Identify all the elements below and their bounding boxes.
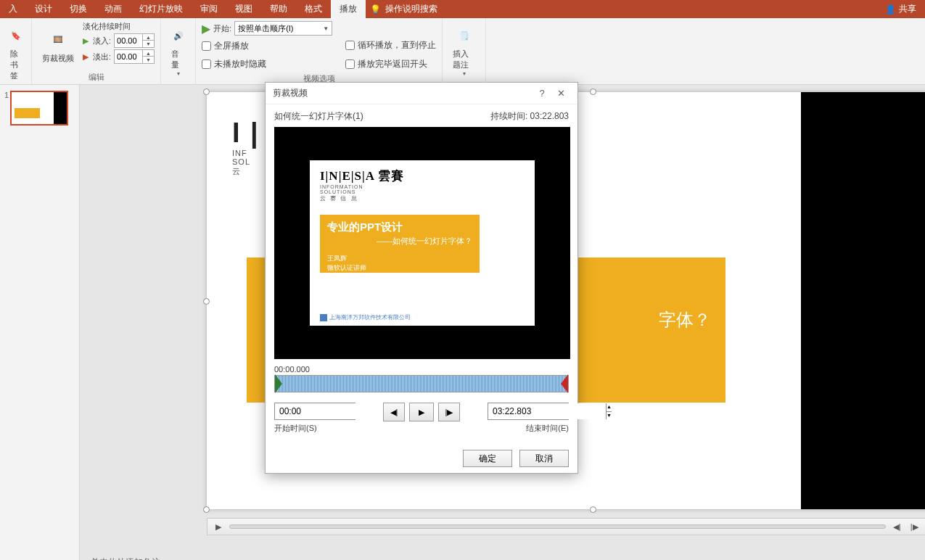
fade-in-icon: ▶ xyxy=(83,36,89,46)
fade-in-input[interactable] xyxy=(115,36,142,45)
tab-slideshow[interactable]: 幻灯片放映 xyxy=(131,0,192,18)
fade-out-icon: ▶ xyxy=(83,52,89,62)
edit-group-label: 编辑 xyxy=(38,70,155,84)
trim-preview: I|N|E|S|A 雲賽 INFORMATION SOLUTIONS 云 赛 信… xyxy=(274,127,570,359)
slide-question-text: 字体？ xyxy=(659,308,711,332)
hide-not-playing-checkbox[interactable]: 未播放时隐藏 xyxy=(202,57,332,72)
player-seek-track[interactable] xyxy=(229,524,886,529)
trim-end-marker[interactable] xyxy=(561,374,568,393)
trim-video-dialog: 剪裁视频 ? ✕ 如何统一幻灯片字体(1) 持续时间: 03:22.803 I|… xyxy=(265,82,578,474)
preview-footer: 上海南洋万邦软件技术有限公司 xyxy=(320,313,411,321)
trim-video-button[interactable]: 🎞️ 剪裁视频 xyxy=(38,21,78,70)
remove-bookmark-button[interactable]: 🔖 除书签 xyxy=(6,21,25,84)
tab-animations[interactable]: 动画 xyxy=(96,0,131,18)
spin-up[interactable]: ▲ xyxy=(143,50,154,57)
frame-back-button[interactable]: ◀| xyxy=(383,403,405,421)
slide-thumbnail-pane[interactable]: 1 xyxy=(0,85,80,560)
volume-icon: 🔊 xyxy=(167,24,190,47)
spin-down[interactable]: ▼ xyxy=(607,412,612,420)
fade-in-spinner[interactable]: ▲▼ xyxy=(114,33,155,48)
tab-insert[interactable]: 入 xyxy=(0,0,26,18)
rewind-checkbox[interactable]: 播放完毕返回开头 xyxy=(345,56,436,72)
lightbulb-icon: 💡 xyxy=(370,4,381,15)
start-label: 开始: xyxy=(213,23,231,34)
fade-out-label: 淡出: xyxy=(93,52,111,62)
preview-play-button[interactable]: ▶ xyxy=(409,403,434,421)
video-player-bar: ▶ ◀| |▶ 00:00.00 🔊 xyxy=(207,518,925,535)
tab-playback[interactable]: 播放 xyxy=(331,0,366,18)
tab-transitions[interactable]: 切换 xyxy=(61,0,96,18)
insert-caption-button[interactable]: 🗒️ 插入题注 ▾ xyxy=(448,21,480,80)
trim-timeline[interactable] xyxy=(274,375,569,392)
end-time-label: 结束时间(E) xyxy=(488,423,569,434)
chevron-down-icon: ▼ xyxy=(323,25,329,32)
end-time-field[interactable]: ▲▼ xyxy=(488,403,569,420)
dialog-duration: 持续时间: 03:22.803 xyxy=(490,110,569,123)
fullscreen-checkbox[interactable]: 全屏播放 xyxy=(202,38,332,54)
preview-logo: I|N|E|S|A 雲賽 xyxy=(320,168,404,184)
dialog-close-button[interactable]: ✕ xyxy=(551,88,570,99)
tab-view[interactable]: 视图 xyxy=(226,0,261,18)
cancel-button[interactable]: 取消 xyxy=(519,450,569,467)
dialog-help-button[interactable]: ? xyxy=(533,88,551,99)
frame-forward-button[interactable]: |▶ xyxy=(438,403,460,421)
ribbon: 🔖 除书签 🎞️ 剪裁视频 淡化持续时间 ▶ 淡入: ▲▼ xyxy=(0,18,925,85)
start-time-label: 开始时间(S) xyxy=(274,423,355,434)
ribbon-tabs: 入 设计 切换 动画 幻灯片放映 审阅 视图 帮助 格式 播放 💡 操作说明搜索… xyxy=(0,0,925,18)
ok-button[interactable]: 确定 xyxy=(463,450,512,467)
loop-checkbox[interactable]: 循环播放，直到停止 xyxy=(345,37,436,53)
start-dropdown[interactable]: 按照单击顺序(I)▼ xyxy=(234,21,332,36)
notes-placeholder[interactable]: 单击此处添加备注 xyxy=(91,556,160,560)
fade-duration-label: 淡化持续时间 xyxy=(83,21,155,32)
dialog-title: 剪裁视频 xyxy=(273,87,308,99)
share-button[interactable]: 👤共享 xyxy=(876,0,925,18)
tab-review[interactable]: 审阅 xyxy=(192,0,226,18)
player-step-back-button[interactable]: ◀| xyxy=(890,522,903,532)
tab-design[interactable]: 设计 xyxy=(26,0,61,18)
current-time-label: 00:00.000 xyxy=(274,365,569,374)
spin-down[interactable]: ▼ xyxy=(143,57,154,63)
tell-me-search[interactable]: 操作说明搜索 xyxy=(385,0,446,18)
player-step-fwd-button[interactable]: |▶ xyxy=(908,522,921,532)
trim-icon: 🎞️ xyxy=(46,28,70,52)
play-icon: ▶ xyxy=(202,22,210,36)
dialog-video-name: 如何统一幻灯片字体(1) xyxy=(274,110,363,123)
volume-button[interactable]: 🔊 音量 ▾ xyxy=(167,21,189,80)
tab-format[interactable]: 格式 xyxy=(296,0,331,18)
thumb-number: 1 xyxy=(4,91,9,125)
tab-help[interactable]: 帮助 xyxy=(261,0,296,18)
spin-down[interactable]: ▼ xyxy=(143,41,154,47)
slide-thumbnail-1[interactable] xyxy=(10,91,68,125)
player-play-button[interactable]: ▶ xyxy=(212,522,225,532)
spin-up[interactable]: ▲ xyxy=(607,403,612,412)
end-time-input[interactable] xyxy=(488,403,606,419)
spin-up[interactable]: ▲ xyxy=(143,34,154,41)
start-time-input[interactable] xyxy=(275,403,392,419)
caption-icon: 🗒️ xyxy=(453,24,476,47)
bookmark-remove-icon: 🔖 xyxy=(4,24,28,47)
fade-out-input[interactable] xyxy=(115,52,142,61)
fade-out-spinner[interactable]: ▲▼ xyxy=(114,49,155,64)
fade-in-label: 淡入: xyxy=(93,36,111,46)
preview-title-block: 专业的PPT设计 ——如何统一幻灯片字体？ 王凤辉 微软认证讲师 xyxy=(320,215,480,273)
trim-start-marker[interactable] xyxy=(275,374,282,393)
start-time-field[interactable]: ▲▼ xyxy=(274,403,355,420)
